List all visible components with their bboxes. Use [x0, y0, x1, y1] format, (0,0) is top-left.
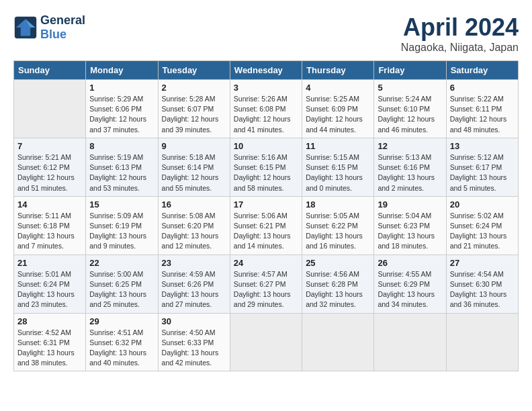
- day-number: 25: [306, 258, 370, 268]
- day-cell: 11Sunrise: 5:15 AMSunset: 6:15 PMDayligh…: [302, 138, 374, 196]
- weekday-header-tuesday: Tuesday: [158, 61, 230, 80]
- day-info: Sunrise: 5:06 AMSunset: 6:21 PMDaylight:…: [234, 211, 298, 252]
- day-info: Sunrise: 5:24 AMSunset: 6:10 PMDaylight:…: [378, 94, 442, 135]
- day-number: 20: [450, 199, 515, 210]
- day-info: Sunrise: 5:00 AMSunset: 6:25 PMDaylight:…: [89, 269, 154, 310]
- day-cell: 1Sunrise: 5:29 AMSunset: 6:06 PMDaylight…: [86, 80, 158, 138]
- day-number: 19: [378, 199, 442, 210]
- day-cell: 14Sunrise: 5:11 AMSunset: 6:18 PMDayligh…: [14, 196, 86, 255]
- day-number: 3: [234, 83, 298, 93]
- day-number: 15: [89, 199, 154, 210]
- day-number: 9: [162, 141, 226, 151]
- day-info: Sunrise: 5:11 AMSunset: 6:18 PMDaylight:…: [17, 211, 82, 252]
- day-cell: 20Sunrise: 5:02 AMSunset: 6:24 PMDayligh…: [446, 196, 518, 255]
- day-cell: 25Sunrise: 4:56 AMSunset: 6:28 PMDayligh…: [302, 255, 374, 313]
- day-number: 28: [17, 316, 82, 326]
- day-info: Sunrise: 4:51 AMSunset: 6:32 PMDaylight:…: [89, 328, 154, 369]
- day-cell: 26Sunrise: 4:55 AMSunset: 6:29 PMDayligh…: [374, 255, 446, 313]
- day-cell: 23Sunrise: 4:59 AMSunset: 6:26 PMDayligh…: [158, 255, 230, 313]
- day-info: Sunrise: 4:52 AMSunset: 6:31 PMDaylight:…: [17, 328, 82, 369]
- day-number: 7: [17, 141, 82, 151]
- day-info: Sunrise: 5:25 AMSunset: 6:09 PMDaylight:…: [306, 94, 370, 135]
- location: Nagaoka, Niigata, Japan: [401, 42, 519, 54]
- day-info: Sunrise: 5:19 AMSunset: 6:13 PMDaylight:…: [89, 152, 154, 193]
- day-info: Sunrise: 4:50 AMSunset: 6:33 PMDaylight:…: [162, 328, 226, 369]
- logo-icon: [13, 15, 38, 40]
- day-info: Sunrise: 5:26 AMSunset: 6:08 PMDaylight:…: [234, 94, 298, 135]
- day-cell: 18Sunrise: 5:05 AMSunset: 6:22 PMDayligh…: [302, 196, 374, 255]
- day-cell: 13Sunrise: 5:12 AMSunset: 6:17 PMDayligh…: [446, 138, 518, 196]
- day-info: Sunrise: 5:29 AMSunset: 6:06 PMDaylight:…: [89, 94, 154, 135]
- week-row-2: 7Sunrise: 5:21 AMSunset: 6:12 PMDaylight…: [14, 138, 519, 196]
- day-cell: 19Sunrise: 5:04 AMSunset: 6:23 PMDayligh…: [374, 196, 446, 255]
- title-block: April 2024 Nagaoka, Niigata, Japan: [401, 13, 519, 54]
- day-info: Sunrise: 5:05 AMSunset: 6:22 PMDaylight:…: [306, 211, 370, 252]
- day-info: Sunrise: 5:13 AMSunset: 6:16 PMDaylight:…: [378, 152, 442, 193]
- day-cell: 15Sunrise: 5:09 AMSunset: 6:19 PMDayligh…: [86, 196, 158, 255]
- day-number: 17: [234, 199, 298, 210]
- day-info: Sunrise: 5:04 AMSunset: 6:23 PMDaylight:…: [378, 211, 442, 252]
- day-cell: 4Sunrise: 5:25 AMSunset: 6:09 PMDaylight…: [302, 80, 374, 138]
- day-number: 14: [17, 199, 82, 210]
- day-cell: [446, 313, 518, 371]
- day-cell: 7Sunrise: 5:21 AMSunset: 6:12 PMDaylight…: [14, 138, 86, 196]
- day-cell: 22Sunrise: 5:00 AMSunset: 6:25 PMDayligh…: [86, 255, 158, 313]
- day-info: Sunrise: 5:22 AMSunset: 6:11 PMDaylight:…: [450, 94, 515, 135]
- day-number: 1: [89, 83, 154, 93]
- month-title: April 2024: [401, 13, 519, 42]
- logo: General Blue: [13, 13, 85, 42]
- day-cell: 10Sunrise: 5:16 AMSunset: 6:15 PMDayligh…: [230, 138, 302, 196]
- day-number: 8: [89, 141, 154, 151]
- day-info: Sunrise: 5:18 AMSunset: 6:14 PMDaylight:…: [162, 152, 226, 193]
- day-cell: 2Sunrise: 5:28 AMSunset: 6:07 PMDaylight…: [158, 80, 230, 138]
- day-number: 11: [306, 141, 370, 151]
- day-number: 24: [234, 258, 298, 268]
- day-cell: 3Sunrise: 5:26 AMSunset: 6:08 PMDaylight…: [230, 80, 302, 138]
- day-cell: 24Sunrise: 4:57 AMSunset: 6:27 PMDayligh…: [230, 255, 302, 313]
- weekday-header-monday: Monday: [86, 61, 158, 80]
- day-number: 26: [378, 258, 442, 268]
- day-info: Sunrise: 4:57 AMSunset: 6:27 PMDaylight:…: [234, 269, 298, 310]
- weekday-header-friday: Friday: [374, 61, 446, 80]
- day-info: Sunrise: 4:55 AMSunset: 6:29 PMDaylight:…: [378, 269, 442, 310]
- logo-text: General Blue: [40, 13, 85, 42]
- day-info: Sunrise: 4:59 AMSunset: 6:26 PMDaylight:…: [162, 269, 226, 310]
- day-cell: 12Sunrise: 5:13 AMSunset: 6:16 PMDayligh…: [374, 138, 446, 196]
- weekday-header-saturday: Saturday: [446, 61, 518, 80]
- day-number: 2: [162, 83, 226, 93]
- day-info: Sunrise: 5:16 AMSunset: 6:15 PMDaylight:…: [234, 152, 298, 193]
- day-cell: 29Sunrise: 4:51 AMSunset: 6:32 PMDayligh…: [86, 313, 158, 371]
- day-cell: 21Sunrise: 5:01 AMSunset: 6:24 PMDayligh…: [14, 255, 86, 313]
- day-cell: 28Sunrise: 4:52 AMSunset: 6:31 PMDayligh…: [14, 313, 86, 371]
- day-cell: [230, 313, 302, 371]
- day-info: Sunrise: 5:28 AMSunset: 6:07 PMDaylight:…: [162, 94, 226, 135]
- day-number: 23: [162, 258, 226, 268]
- day-info: Sunrise: 4:56 AMSunset: 6:28 PMDaylight:…: [306, 269, 370, 310]
- day-cell: 9Sunrise: 5:18 AMSunset: 6:14 PMDaylight…: [158, 138, 230, 196]
- day-number: 22: [89, 258, 154, 268]
- day-number: 10: [234, 141, 298, 151]
- day-number: 16: [162, 199, 226, 210]
- day-info: Sunrise: 5:08 AMSunset: 6:20 PMDaylight:…: [162, 211, 226, 252]
- calendar-table: SundayMondayTuesdayWednesdayThursdayFrid…: [13, 60, 519, 371]
- week-row-1: 1Sunrise: 5:29 AMSunset: 6:06 PMDaylight…: [14, 80, 519, 138]
- week-row-3: 14Sunrise: 5:11 AMSunset: 6:18 PMDayligh…: [14, 196, 519, 255]
- day-info: Sunrise: 4:54 AMSunset: 6:30 PMDaylight:…: [450, 269, 515, 310]
- day-cell: 30Sunrise: 4:50 AMSunset: 6:33 PMDayligh…: [158, 313, 230, 371]
- day-info: Sunrise: 5:15 AMSunset: 6:15 PMDaylight:…: [306, 152, 370, 193]
- day-cell: 27Sunrise: 4:54 AMSunset: 6:30 PMDayligh…: [446, 255, 518, 313]
- day-cell: [302, 313, 374, 371]
- day-cell: [374, 313, 446, 371]
- day-number: 12: [378, 141, 442, 151]
- day-cell: 16Sunrise: 5:08 AMSunset: 6:20 PMDayligh…: [158, 196, 230, 255]
- day-info: Sunrise: 5:12 AMSunset: 6:17 PMDaylight:…: [450, 152, 515, 193]
- day-cell: 17Sunrise: 5:06 AMSunset: 6:21 PMDayligh…: [230, 196, 302, 255]
- weekday-header-row: SundayMondayTuesdayWednesdayThursdayFrid…: [14, 61, 519, 80]
- day-number: 21: [17, 258, 82, 268]
- week-row-4: 21Sunrise: 5:01 AMSunset: 6:24 PMDayligh…: [14, 255, 519, 313]
- day-number: 6: [450, 83, 515, 93]
- day-number: 18: [306, 199, 370, 210]
- day-info: Sunrise: 5:02 AMSunset: 6:24 PMDaylight:…: [450, 211, 515, 252]
- weekday-header-thursday: Thursday: [302, 61, 374, 80]
- day-number: 13: [450, 141, 515, 151]
